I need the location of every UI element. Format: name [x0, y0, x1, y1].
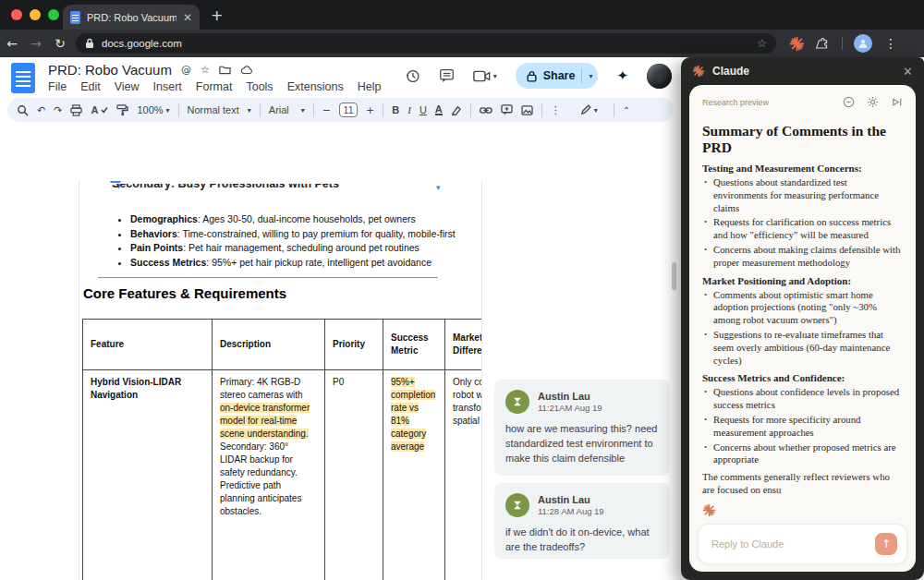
browser-tab[interactable]: PRD: Robo Vacuum ✕: [63, 5, 200, 30]
list-item[interactable]: Success Metrics: 95%+ pet hair pickup ra…: [130, 256, 463, 271]
insert-link-icon[interactable]: [480, 106, 492, 115]
forward-button[interactable]: →: [24, 36, 48, 51]
menu-format[interactable]: Format: [196, 80, 233, 93]
priority-cell: P0: [325, 370, 383, 580]
bookmark-star-icon[interactable]: ☆: [757, 37, 767, 50]
feedback-bubble-icon[interactable]: [843, 96, 855, 108]
font-select[interactable]: Arial▾: [269, 104, 305, 115]
table-row[interactable]: Hybrid Vision-LIDAR Navigation Primary: …: [83, 370, 483, 580]
extensions-puzzle-icon[interactable]: [816, 36, 831, 51]
list-item[interactable]: Demographics: Ages 30-50, dual-income ho…: [130, 212, 463, 227]
undo-icon[interactable]: ↶: [37, 104, 45, 116]
docs-account-avatar[interactable]: [647, 64, 672, 89]
comment-card[interactable]: Austin Lau 11:28 AM Aug 19 if we didn't …: [494, 483, 670, 559]
paragraph-style-select[interactable]: Normal text▾: [188, 104, 251, 115]
back-button[interactable]: ←: [0, 36, 24, 51]
list-item[interactable]: Behaviors: Time-constrained, willing to …: [130, 227, 463, 242]
col-description: Description: [213, 320, 325, 370]
person-icon: [857, 38, 869, 49]
font-size-increase[interactable]: +: [366, 104, 374, 116]
bold-button[interactable]: B: [392, 104, 399, 115]
gemini-icon[interactable]: ✦: [616, 67, 628, 84]
collapse-sidebar-icon[interactable]: [891, 96, 903, 108]
font-size-input[interactable]: 11: [339, 103, 358, 117]
url-bar[interactable]: docs.google.com ☆: [76, 33, 776, 54]
move-folder-icon[interactable]: [219, 65, 231, 75]
collapse-toolbar-icon[interactable]: ⌃: [623, 105, 630, 115]
comment-card[interactable]: Austin Lau 11:21AM Aug 19 how are we mea…: [494, 380, 670, 476]
col-feature: Feature: [83, 320, 213, 370]
tab-title: PRD: Robo Vacuum: [87, 12, 176, 23]
url-text: docs.google.com: [102, 38, 749, 49]
at-mention-icon[interactable]: @: [181, 65, 191, 75]
zoom-select[interactable]: 100%▾: [137, 104, 169, 115]
section-bullets: Questions about confidence levels in pro…: [702, 386, 903, 466]
font-size-decrease[interactable]: −: [322, 104, 331, 116]
minimize-window-button[interactable]: [30, 9, 41, 20]
features-table[interactable]: Feature Description Priority Success Met…: [82, 319, 482, 580]
close-panel-icon[interactable]: ✕: [903, 65, 913, 79]
version-history-icon[interactable]: [405, 68, 420, 84]
window-controls: [11, 9, 59, 20]
description-cell: Primary: 4K RGB-D stereo cameras with on…: [213, 370, 325, 580]
redo-icon[interactable]: ↷: [54, 104, 62, 116]
underline-button[interactable]: U: [419, 104, 427, 115]
document-scrollbar[interactable]: [672, 262, 676, 290]
new-tab-button[interactable]: +: [211, 6, 223, 24]
bullet-item: Suggestions to re-evaluate timeframes th…: [713, 329, 903, 367]
section-title: Success Metrics and Confidence:: [702, 372, 903, 383]
share-dropdown-caret[interactable]: ▾: [589, 72, 592, 80]
spellcheck-icon[interactable]: A: [91, 104, 108, 115]
document-title[interactable]: PRD: Robo Vacuum: [48, 62, 172, 78]
share-button[interactable]: Share ▾: [516, 63, 599, 89]
hourglass-icon: [512, 396, 523, 407]
maximize-window-button[interactable]: [48, 9, 59, 20]
menu-edit[interactable]: Edit: [80, 80, 101, 93]
comment-history-icon[interactable]: [439, 68, 455, 83]
menu-file[interactable]: File: [48, 80, 67, 93]
bullet-item: Questions about confidence levels in pro…: [713, 386, 903, 412]
menu-view[interactable]: View: [115, 80, 140, 93]
browser-menu-icon[interactable]: ⋮: [883, 36, 898, 51]
paint-format-icon[interactable]: [116, 104, 128, 116]
add-comment-icon[interactable]: [501, 104, 513, 115]
italic-button[interactable]: I: [407, 104, 411, 115]
star-icon[interactable]: ☆: [201, 65, 210, 75]
claude-extension-icon[interactable]: [789, 36, 805, 52]
section-title: Market Positioning and Adoption:: [702, 275, 903, 286]
heading-collapse-caret[interactable]: ▾: [436, 183, 441, 192]
editing-mode-caret[interactable]: ▾: [594, 106, 598, 115]
close-window-button[interactable]: [11, 9, 22, 20]
cloud-status-icon[interactable]: [240, 66, 253, 75]
editing-mode-pen-icon[interactable]: [580, 104, 591, 115]
research-preview-badge: Research preview: [702, 98, 843, 107]
more-tools-icon[interactable]: ⋮: [551, 104, 561, 116]
search-icon[interactable]: [17, 104, 29, 116]
video-meet-icon[interactable]: [473, 70, 491, 82]
bullet-item: Questions about standardized test enviro…: [713, 176, 903, 214]
google-docs-icon[interactable]: [11, 63, 35, 93]
menu-extensions[interactable]: Extensions: [287, 80, 344, 93]
commenter-avatar: [505, 493, 529, 517]
list-item[interactable]: Pain Points: Pet hair management, schedu…: [130, 241, 463, 256]
docs-toolbar: ↶ ↷ A 100%▾ Normal text▾ Arial▾ − 11 + B…: [7, 98, 674, 122]
feature-cell: Hybrid Vision-LIDAR Navigation: [83, 370, 213, 580]
reply-input[interactable]: [711, 538, 875, 550]
send-button[interactable]: ↑: [875, 533, 897, 555]
settings-gear-icon[interactable]: [867, 96, 879, 108]
document-page[interactable]: ▾ Secondary: Busy Professionals with Pet…: [79, 181, 482, 580]
response-closing-text: The comments generally reflect reviewers…: [702, 470, 903, 496]
browser-profile-avatar[interactable]: [854, 34, 872, 53]
text-color-button[interactable]: A: [435, 104, 443, 115]
menu-help[interactable]: Help: [358, 80, 382, 93]
menu-insert[interactable]: Insert: [153, 80, 182, 93]
tab-close-icon[interactable]: ✕: [183, 11, 192, 24]
menu-tools[interactable]: Tools: [246, 80, 273, 93]
video-dropdown-caret[interactable]: ▾: [493, 72, 497, 80]
insert-image-icon[interactable]: [521, 105, 533, 115]
section-heading[interactable]: Core Features & Requirements: [83, 285, 286, 301]
reload-button[interactable]: ↻: [48, 36, 72, 51]
print-icon[interactable]: [70, 104, 82, 116]
highlight-color-icon[interactable]: [451, 104, 462, 115]
bullet-item: Concerns about whether proposed metrics …: [713, 441, 903, 467]
